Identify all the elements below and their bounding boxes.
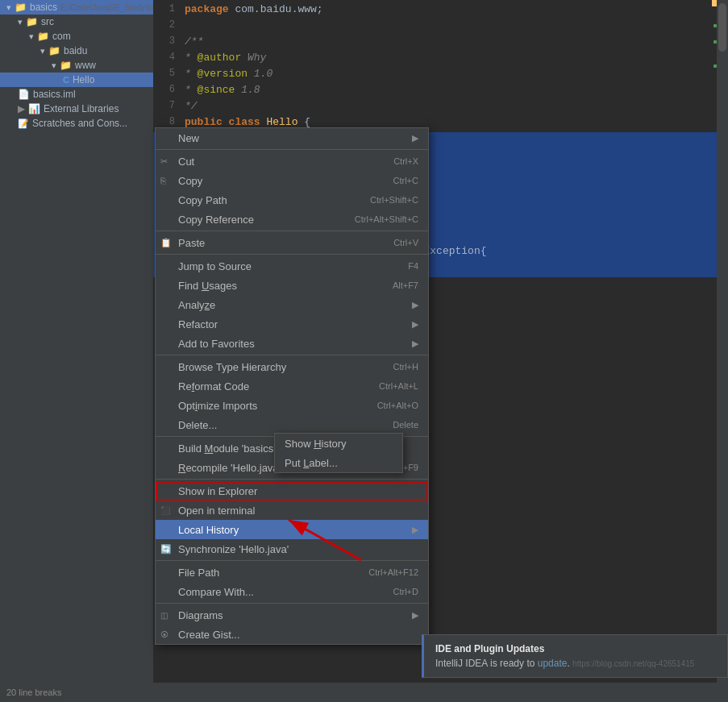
paste-icon: 📋 bbox=[160, 238, 172, 248]
expand-icon-src: ▾ bbox=[18, 17, 23, 27]
delete-label: Delete... bbox=[178, 419, 217, 431]
build-label: Build Module 'basics' bbox=[178, 442, 276, 455]
create-gist-label: Create Gist... bbox=[178, 629, 240, 641]
find-label: Find Usages bbox=[178, 280, 237, 292]
menu-item-favorites[interactable]: Add to Favorites ▶ bbox=[156, 334, 428, 353]
menu-item-create-gist[interactable]: ⦿ Create Gist... bbox=[156, 625, 428, 644]
compare-label: Compare With... bbox=[178, 586, 254, 598]
menu-item-show-explorer[interactable]: Show in Explorer bbox=[156, 481, 428, 501]
line-num-2: 2 bbox=[153, 19, 181, 31]
line-num-3: 3 bbox=[153, 35, 181, 47]
iml-label: basics.iml bbox=[33, 89, 76, 100]
menu-item-cut[interactable]: ✂ Cut Ctrl+X bbox=[156, 152, 428, 171]
open-terminal-label: Open in terminal bbox=[178, 505, 255, 517]
menu-item-diagrams[interactable]: ◫ Diagrams ▶ bbox=[156, 605, 428, 625]
cut-label: Cut bbox=[178, 156, 194, 168]
menu-item-delete[interactable]: Delete... Delete bbox=[156, 415, 428, 434]
menu-item-open-terminal[interactable]: ⬛ Open in terminal bbox=[156, 501, 428, 520]
local-history-arrow-icon: ▶ bbox=[412, 525, 418, 535]
browse-label: Browse Type Hierarchy bbox=[178, 361, 286, 373]
file-path-shortcut: Ctrl+Alt+F12 bbox=[368, 567, 418, 577]
synchronize-label: Synchronize 'Hello.java' bbox=[178, 543, 289, 555]
notification-body: IntelliJ IDEA is ready to update. https:… bbox=[435, 658, 716, 669]
tree-item-extlibs[interactable]: ▶ 📊 External Libraries bbox=[0, 102, 153, 116]
lib-expand-icon: ▶ bbox=[18, 103, 25, 114]
java-file-icon: C bbox=[63, 75, 69, 85]
menu-item-jump[interactable]: Jump to Source F4 bbox=[156, 256, 428, 276]
delete-shortcut: Delete bbox=[393, 420, 418, 430]
menu-item-optimize[interactable]: Optimize Imports Ctrl+Alt+O bbox=[156, 396, 428, 415]
expand-icon-baidu: ▾ bbox=[40, 46, 45, 56]
copy-label: Copy bbox=[178, 175, 202, 187]
code-line-7: 7 */ bbox=[153, 100, 728, 116]
line-content-1: package com.baidu.www; bbox=[181, 3, 728, 15]
jump-shortcut: F4 bbox=[408, 261, 418, 271]
tree-item-baidu[interactable]: ▾ 📁 baidu bbox=[0, 44, 153, 58]
scrollbar-thumb[interactable] bbox=[718, 3, 726, 52]
scratch-icon: 📝 bbox=[18, 118, 29, 129]
menu-item-reformat[interactable]: Reformat Code Ctrl+Alt+L bbox=[156, 376, 428, 396]
sync-icon: 🔄 bbox=[160, 544, 172, 555]
submenu-put-label[interactable]: Put Label... bbox=[275, 453, 402, 472]
line-num-5: 5 bbox=[153, 68, 181, 79]
local-history-label: Local History bbox=[178, 524, 239, 536]
menu-separator-6 bbox=[156, 479, 428, 480]
green-marker-2 bbox=[713, 40, 717, 44]
src-label: src bbox=[41, 16, 54, 27]
green-marker-3 bbox=[713, 64, 717, 68]
status-text: 20 line breaks bbox=[6, 687, 62, 697]
menu-item-copy-ref[interactable]: Copy Reference Ctrl+Alt+Shift+C bbox=[156, 210, 428, 229]
project-path: E:\Code\JavaSE_Study\basics bbox=[60, 3, 153, 12]
menu-item-browse-hierarchy[interactable]: Browse Type Hierarchy Ctrl+H bbox=[156, 357, 428, 376]
submenu-show-history[interactable]: Show History bbox=[275, 434, 402, 453]
menu-item-file-path[interactable]: File Path Ctrl+Alt+F12 bbox=[156, 563, 428, 582]
copy-ref-label: Copy Reference bbox=[178, 214, 254, 226]
notification-panel: IDE and Plugin Updates IntelliJ IDEA is … bbox=[422, 634, 728, 678]
menu-item-copy-path[interactable]: Copy Path Ctrl+Shift+C bbox=[156, 190, 428, 210]
folder-icon: 📁 bbox=[15, 2, 27, 13]
tree-item-com[interactable]: ▾ 📁 com bbox=[0, 29, 153, 44]
tree-item-www[interactable]: ▾ 📁 www bbox=[0, 58, 153, 73]
code-line-3: 3 /** bbox=[153, 35, 728, 52]
line-num-4: 4 bbox=[153, 52, 181, 63]
project-tree: ▾ 📁 basics E:\Code\JavaSE_Study\basics ▾… bbox=[0, 0, 153, 702]
copy-path-label: Copy Path bbox=[178, 194, 227, 206]
baidu-label: baidu bbox=[64, 45, 87, 56]
menu-item-refactor[interactable]: Refactor ▶ bbox=[156, 314, 428, 334]
line-num-8: 8 bbox=[153, 116, 181, 127]
menu-item-local-history[interactable]: Local History ▶ bbox=[156, 520, 428, 539]
menu-item-paste[interactable]: 📋 Paste Ctrl+V bbox=[156, 233, 428, 252]
menu-item-find[interactable]: Find Usages Alt+F7 bbox=[156, 276, 428, 295]
menu-item-synchronize[interactable]: 🔄 Synchronize 'Hello.java' bbox=[156, 539, 428, 559]
hello-label: Hello bbox=[73, 74, 94, 85]
optimize-shortcut: Ctrl+Alt+O bbox=[377, 401, 418, 410]
tree-item-iml[interactable]: 📄 basics.iml bbox=[0, 87, 153, 102]
notification-update-link[interactable]: update bbox=[538, 658, 568, 669]
code-line-6: 6 * @since 1.8 bbox=[153, 84, 728, 100]
scrollbar-track[interactable] bbox=[717, 0, 728, 702]
status-bar: 20 line breaks bbox=[0, 683, 728, 702]
line-content-3: /** bbox=[181, 35, 728, 48]
menu-item-new[interactable]: New ▶ bbox=[156, 128, 428, 147]
menu-item-analyze[interactable]: Analyze ▶ bbox=[156, 295, 428, 314]
copy-shortcut: Ctrl+C bbox=[393, 176, 418, 185]
code-line-4: 4 * @author Why bbox=[153, 52, 728, 68]
optimize-label: Optimize Imports bbox=[178, 400, 257, 412]
refactor-arrow-icon: ▶ bbox=[412, 319, 418, 330]
cut-shortcut: Ctrl+X bbox=[393, 156, 418, 166]
line-content-4: * @author Why bbox=[181, 52, 728, 64]
lib-icon: 📊 bbox=[28, 103, 40, 114]
menu-item-compare[interactable]: Compare With... Ctrl+D bbox=[156, 582, 428, 601]
jump-label: Jump to Source bbox=[178, 260, 252, 272]
www-label: www bbox=[75, 60, 96, 71]
line-num-6: 6 bbox=[153, 84, 181, 95]
menu-item-copy[interactable]: ⎘ Copy Ctrl+C bbox=[156, 171, 428, 190]
tree-item-basics[interactable]: ▾ 📁 basics E:\Code\JavaSE_Study\basics bbox=[0, 0, 153, 15]
tree-item-hello[interactable]: C Hello bbox=[0, 73, 153, 87]
notification-url: https://blog.csdn.net/qq-42651415 bbox=[572, 659, 694, 668]
tree-item-scratches[interactable]: 📝 Scratches and Cons... bbox=[0, 116, 153, 131]
iml-icon: 📄 bbox=[18, 89, 30, 100]
tree-item-src[interactable]: ▾ 📁 src bbox=[0, 15, 153, 29]
folder-www-icon: 📁 bbox=[60, 60, 72, 71]
refactor-label: Refactor bbox=[178, 318, 218, 330]
